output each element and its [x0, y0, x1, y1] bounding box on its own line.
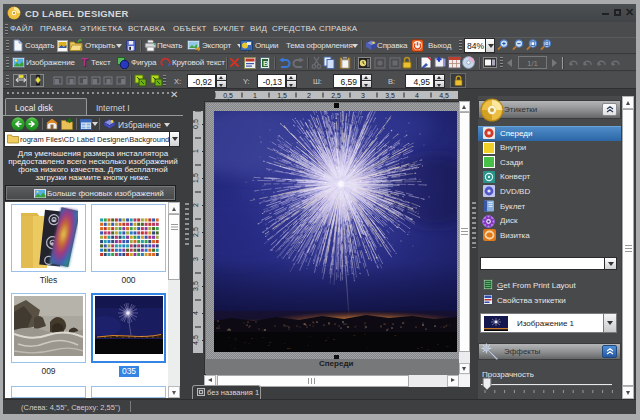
svg-text:4: 4	[415, 92, 419, 99]
svg-text:2,5: 2,5	[193, 227, 199, 237]
svg-text:4,5: 4,5	[193, 335, 199, 345]
svg-text:4,5: 4,5	[439, 92, 449, 99]
svg-text:1,5: 1,5	[277, 92, 287, 99]
svg-text:0,5: 0,5	[193, 119, 199, 129]
svg-text:2: 2	[193, 203, 199, 207]
svg-text:1: 1	[253, 92, 257, 99]
svg-text:0,5: 0,5	[223, 92, 233, 99]
svg-text:3: 3	[193, 257, 199, 261]
svg-text:4: 4	[193, 311, 199, 315]
svg-text:B: B	[263, 59, 269, 68]
svg-text:3: 3	[361, 92, 365, 99]
svg-text:1: 1	[193, 149, 199, 153]
svg-text:1,5: 1,5	[193, 173, 199, 183]
svg-text:3,5: 3,5	[193, 281, 199, 291]
svg-text:2,5: 2,5	[331, 92, 341, 99]
svg-text:3,5: 3,5	[385, 92, 395, 99]
svg-text:2: 2	[307, 92, 311, 99]
